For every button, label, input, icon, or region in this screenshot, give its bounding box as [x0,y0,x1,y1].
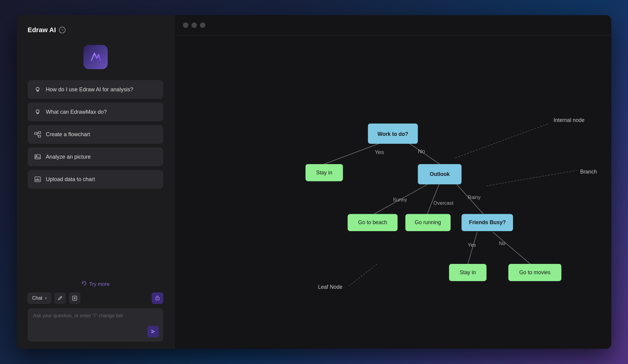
menu-item-analysis[interactable]: How do I use Edraw AI for analysis? [28,80,163,99]
svg-line-34 [349,264,377,286]
svg-line-28 [427,183,440,214]
menu-label-flowchart: Create a flowchart [46,131,90,138]
window-dot-2 [191,22,197,28]
svg-text:Outlook: Outlook [430,171,450,177]
svg-text:Go to beach: Go to beach [358,219,387,225]
svg-text:Internal node: Internal node [554,117,585,123]
flowchart-icon [34,130,42,138]
svg-line-32 [455,123,549,158]
svg-text:Yes: Yes [375,149,384,155]
picture-icon [34,153,42,161]
right-panel: Yes No Sunny Overcast Rainy Yes No Inter… [174,15,611,349]
chat-select[interactable]: Chat ▾ [28,293,51,304]
bulb-icon-1 [34,86,42,93]
chat-input-area[interactable]: Ask your question, or enter "/" change b… [28,308,163,342]
svg-line-31 [493,232,530,264]
window-dot-1 [183,22,188,28]
help-icon[interactable]: ? [59,27,66,33]
right-header [174,15,611,35]
svg-line-8 [37,133,38,136]
logo-svg [88,50,103,64]
left-panel: Edraw AI ? [17,15,174,349]
svg-text:No: No [499,241,505,246]
svg-point-23 [157,298,157,299]
app-header: Edraw AI ? [28,26,163,34]
try-more-label: Try more [89,281,110,287]
svg-text:Go to movies: Go to movies [519,269,551,275]
logo-container [28,45,163,69]
diagram-area: Yes No Sunny Overcast Rainy Yes No Inter… [174,35,611,349]
menu-item-picture[interactable]: Analyze an picture [28,147,163,166]
svg-text:Friends Busy?: Friends Busy? [469,219,506,225]
svg-text:Leaf Node: Leaf Node [318,284,343,290]
add-icon-button[interactable] [69,292,80,304]
svg-point-24 [158,298,158,299]
svg-line-33 [487,170,577,186]
send-button[interactable] [147,326,159,337]
bot-icon-button[interactable] [152,292,163,304]
bulb-icon-2 [34,108,42,116]
svg-line-16 [61,297,61,298]
menu-label-analysis: How do I use Edraw AI for analysis? [46,86,133,93]
svg-rect-6 [38,135,41,137]
chat-placeholder: Ask your question, or enter "/" change b… [33,313,123,318]
try-more-button[interactable]: Try more [28,276,163,292]
svg-text:Branch: Branch [580,169,597,175]
svg-point-2 [36,110,39,113]
chart-icon [34,175,42,183]
svg-rect-20 [156,297,159,300]
svg-rect-9 [35,155,40,159]
app-title: Edraw AI [28,26,56,34]
bottom-section: Chat ▾ [28,292,163,342]
chevron-down-icon: ▾ [45,296,47,300]
window-dot-3 [200,22,205,28]
svg-rect-21 [157,296,158,297]
menu-list: How do I use Edraw AI for analysis? What… [28,80,163,276]
chat-bar: Chat ▾ [28,292,163,304]
svg-text:Overcast: Overcast [434,200,454,206]
menu-label-picture: Analyze an picture [46,154,91,160]
svg-text:Sunny: Sunny [393,197,407,202]
svg-rect-4 [35,133,37,134]
menu-item-chart[interactable]: Upload data to chart [28,170,163,189]
menu-label-edrawmax: What can EdrawMax do? [46,109,107,115]
flowchart-svg: Yes No Sunny Overcast Rainy Yes No Inter… [174,35,611,349]
svg-line-30 [468,232,477,264]
svg-text:Yes: Yes [468,242,476,248]
svg-text:Stay in: Stay in [316,170,332,176]
svg-point-0 [36,87,39,90]
menu-label-chart: Upload data to chart [46,176,95,183]
app-window: Edraw AI ? [17,15,611,349]
svg-text:Work to do?: Work to do? [377,131,408,137]
chat-select-label: Chat [32,295,42,301]
refresh-icon [81,281,87,288]
edit-icon-button[interactable] [54,292,66,304]
svg-text:Rainy: Rainy [468,194,481,200]
menu-item-flowchart[interactable]: Create a flowchart [28,125,163,144]
menu-item-edrawmax[interactable]: What can EdrawMax do? [28,103,163,121]
svg-rect-5 [38,132,41,133]
svg-text:Stay in: Stay in [460,269,476,275]
logo-box [83,45,108,69]
svg-text:Go running: Go running [415,219,441,225]
svg-text:No: No [418,148,425,154]
